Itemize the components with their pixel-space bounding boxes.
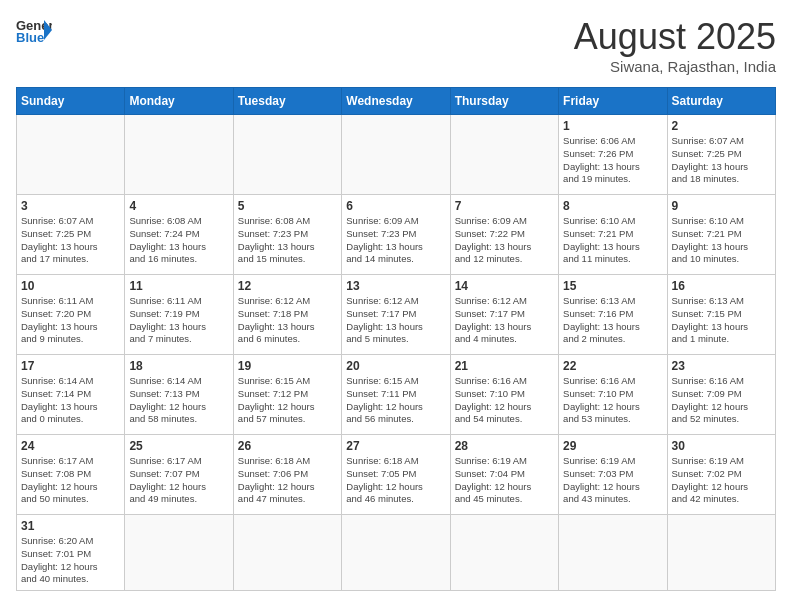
calendar-cell: 3Sunrise: 6:07 AM Sunset: 7:25 PM Daylig… xyxy=(17,195,125,275)
svg-text:Blue: Blue xyxy=(16,30,44,44)
weekday-header-saturday: Saturday xyxy=(667,88,775,115)
calendar-cell: 21Sunrise: 6:16 AM Sunset: 7:10 PM Dayli… xyxy=(450,355,558,435)
day-info: Sunrise: 6:15 AM Sunset: 7:12 PM Dayligh… xyxy=(238,375,337,426)
calendar-subtitle: Siwana, Rajasthan, India xyxy=(574,58,776,75)
calendar-cell xyxy=(342,515,450,591)
calendar-cell xyxy=(233,115,341,195)
day-info: Sunrise: 6:07 AM Sunset: 7:25 PM Dayligh… xyxy=(672,135,771,186)
day-info: Sunrise: 6:07 AM Sunset: 7:25 PM Dayligh… xyxy=(21,215,120,266)
day-number: 11 xyxy=(129,279,228,293)
calendar-cell: 20Sunrise: 6:15 AM Sunset: 7:11 PM Dayli… xyxy=(342,355,450,435)
day-info: Sunrise: 6:20 AM Sunset: 7:01 PM Dayligh… xyxy=(21,535,120,586)
calendar-title: August 2025 xyxy=(574,16,776,58)
day-number: 8 xyxy=(563,199,662,213)
day-info: Sunrise: 6:06 AM Sunset: 7:26 PM Dayligh… xyxy=(563,135,662,186)
day-number: 12 xyxy=(238,279,337,293)
calendar-week-row: 17Sunrise: 6:14 AM Sunset: 7:14 PM Dayli… xyxy=(17,355,776,435)
calendar-cell: 12Sunrise: 6:12 AM Sunset: 7:18 PM Dayli… xyxy=(233,275,341,355)
day-number: 20 xyxy=(346,359,445,373)
calendar-cell xyxy=(559,515,667,591)
day-info: Sunrise: 6:11 AM Sunset: 7:19 PM Dayligh… xyxy=(129,295,228,346)
page-header: General Blue August 2025 Siwana, Rajasth… xyxy=(16,16,776,75)
calendar-cell: 24Sunrise: 6:17 AM Sunset: 7:08 PM Dayli… xyxy=(17,435,125,515)
day-info: Sunrise: 6:10 AM Sunset: 7:21 PM Dayligh… xyxy=(563,215,662,266)
day-number: 23 xyxy=(672,359,771,373)
day-number: 22 xyxy=(563,359,662,373)
day-info: Sunrise: 6:13 AM Sunset: 7:16 PM Dayligh… xyxy=(563,295,662,346)
day-number: 28 xyxy=(455,439,554,453)
day-number: 25 xyxy=(129,439,228,453)
calendar-week-row: 31Sunrise: 6:20 AM Sunset: 7:01 PM Dayli… xyxy=(17,515,776,591)
calendar-cell xyxy=(125,515,233,591)
calendar-cell: 18Sunrise: 6:14 AM Sunset: 7:13 PM Dayli… xyxy=(125,355,233,435)
calendar-cell: 11Sunrise: 6:11 AM Sunset: 7:19 PM Dayli… xyxy=(125,275,233,355)
calendar-cell: 16Sunrise: 6:13 AM Sunset: 7:15 PM Dayli… xyxy=(667,275,775,355)
day-number: 10 xyxy=(21,279,120,293)
day-info: Sunrise: 6:16 AM Sunset: 7:10 PM Dayligh… xyxy=(455,375,554,426)
calendar-cell: 19Sunrise: 6:15 AM Sunset: 7:12 PM Dayli… xyxy=(233,355,341,435)
calendar-cell: 14Sunrise: 6:12 AM Sunset: 7:17 PM Dayli… xyxy=(450,275,558,355)
day-info: Sunrise: 6:17 AM Sunset: 7:07 PM Dayligh… xyxy=(129,455,228,506)
day-info: Sunrise: 6:10 AM Sunset: 7:21 PM Dayligh… xyxy=(672,215,771,266)
day-number: 17 xyxy=(21,359,120,373)
calendar-cell: 23Sunrise: 6:16 AM Sunset: 7:09 PM Dayli… xyxy=(667,355,775,435)
day-info: Sunrise: 6:11 AM Sunset: 7:20 PM Dayligh… xyxy=(21,295,120,346)
day-number: 1 xyxy=(563,119,662,133)
day-number: 5 xyxy=(238,199,337,213)
calendar-cell: 6Sunrise: 6:09 AM Sunset: 7:23 PM Daylig… xyxy=(342,195,450,275)
day-info: Sunrise: 6:17 AM Sunset: 7:08 PM Dayligh… xyxy=(21,455,120,506)
weekday-header-thursday: Thursday xyxy=(450,88,558,115)
day-number: 26 xyxy=(238,439,337,453)
day-info: Sunrise: 6:09 AM Sunset: 7:22 PM Dayligh… xyxy=(455,215,554,266)
day-info: Sunrise: 6:16 AM Sunset: 7:09 PM Dayligh… xyxy=(672,375,771,426)
weekday-header-monday: Monday xyxy=(125,88,233,115)
day-info: Sunrise: 6:19 AM Sunset: 7:02 PM Dayligh… xyxy=(672,455,771,506)
calendar-table: SundayMondayTuesdayWednesdayThursdayFrid… xyxy=(16,87,776,591)
calendar-cell: 13Sunrise: 6:12 AM Sunset: 7:17 PM Dayli… xyxy=(342,275,450,355)
day-number: 16 xyxy=(672,279,771,293)
weekday-header-wednesday: Wednesday xyxy=(342,88,450,115)
calendar-cell: 2Sunrise: 6:07 AM Sunset: 7:25 PM Daylig… xyxy=(667,115,775,195)
day-info: Sunrise: 6:15 AM Sunset: 7:11 PM Dayligh… xyxy=(346,375,445,426)
calendar-cell: 25Sunrise: 6:17 AM Sunset: 7:07 PM Dayli… xyxy=(125,435,233,515)
calendar-cell: 8Sunrise: 6:10 AM Sunset: 7:21 PM Daylig… xyxy=(559,195,667,275)
calendar-cell: 26Sunrise: 6:18 AM Sunset: 7:06 PM Dayli… xyxy=(233,435,341,515)
calendar-cell: 15Sunrise: 6:13 AM Sunset: 7:16 PM Dayli… xyxy=(559,275,667,355)
weekday-header-row: SundayMondayTuesdayWednesdayThursdayFrid… xyxy=(17,88,776,115)
day-info: Sunrise: 6:19 AM Sunset: 7:04 PM Dayligh… xyxy=(455,455,554,506)
weekday-header-tuesday: Tuesday xyxy=(233,88,341,115)
calendar-cell xyxy=(17,115,125,195)
day-number: 29 xyxy=(563,439,662,453)
day-info: Sunrise: 6:16 AM Sunset: 7:10 PM Dayligh… xyxy=(563,375,662,426)
day-info: Sunrise: 6:14 AM Sunset: 7:14 PM Dayligh… xyxy=(21,375,120,426)
calendar-cell: 30Sunrise: 6:19 AM Sunset: 7:02 PM Dayli… xyxy=(667,435,775,515)
day-number: 4 xyxy=(129,199,228,213)
calendar-cell xyxy=(125,115,233,195)
title-block: August 2025 Siwana, Rajasthan, India xyxy=(574,16,776,75)
calendar-cell xyxy=(450,515,558,591)
calendar-cell: 7Sunrise: 6:09 AM Sunset: 7:22 PM Daylig… xyxy=(450,195,558,275)
calendar-week-row: 1Sunrise: 6:06 AM Sunset: 7:26 PM Daylig… xyxy=(17,115,776,195)
calendar-cell: 28Sunrise: 6:19 AM Sunset: 7:04 PM Dayli… xyxy=(450,435,558,515)
weekday-header-sunday: Sunday xyxy=(17,88,125,115)
day-info: Sunrise: 6:13 AM Sunset: 7:15 PM Dayligh… xyxy=(672,295,771,346)
day-info: Sunrise: 6:19 AM Sunset: 7:03 PM Dayligh… xyxy=(563,455,662,506)
calendar-cell: 17Sunrise: 6:14 AM Sunset: 7:14 PM Dayli… xyxy=(17,355,125,435)
day-info: Sunrise: 6:12 AM Sunset: 7:17 PM Dayligh… xyxy=(346,295,445,346)
weekday-header-friday: Friday xyxy=(559,88,667,115)
calendar-week-row: 24Sunrise: 6:17 AM Sunset: 7:08 PM Dayli… xyxy=(17,435,776,515)
day-number: 31 xyxy=(21,519,120,533)
day-info: Sunrise: 6:12 AM Sunset: 7:17 PM Dayligh… xyxy=(455,295,554,346)
day-info: Sunrise: 6:18 AM Sunset: 7:06 PM Dayligh… xyxy=(238,455,337,506)
day-number: 7 xyxy=(455,199,554,213)
day-info: Sunrise: 6:12 AM Sunset: 7:18 PM Dayligh… xyxy=(238,295,337,346)
day-number: 2 xyxy=(672,119,771,133)
calendar-cell: 27Sunrise: 6:18 AM Sunset: 7:05 PM Dayli… xyxy=(342,435,450,515)
day-info: Sunrise: 6:08 AM Sunset: 7:24 PM Dayligh… xyxy=(129,215,228,266)
calendar-cell: 5Sunrise: 6:08 AM Sunset: 7:23 PM Daylig… xyxy=(233,195,341,275)
day-number: 13 xyxy=(346,279,445,293)
day-info: Sunrise: 6:08 AM Sunset: 7:23 PM Dayligh… xyxy=(238,215,337,266)
day-number: 30 xyxy=(672,439,771,453)
calendar-week-row: 3Sunrise: 6:07 AM Sunset: 7:25 PM Daylig… xyxy=(17,195,776,275)
calendar-cell: 4Sunrise: 6:08 AM Sunset: 7:24 PM Daylig… xyxy=(125,195,233,275)
